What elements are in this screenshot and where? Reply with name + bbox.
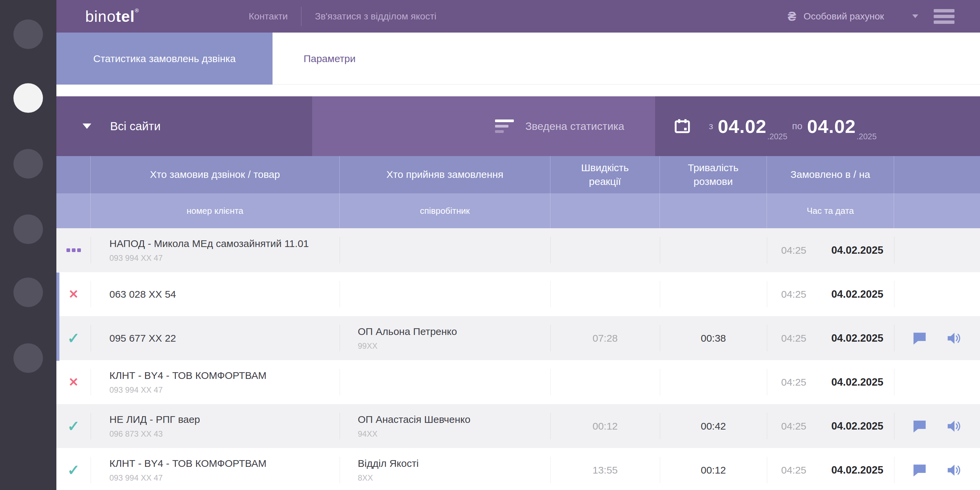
header-talk-duration[interactable]: Тривалість розмови xyxy=(660,156,767,193)
order-date: 04.02.2025 xyxy=(821,464,894,476)
order-time: 04:25 xyxy=(767,420,821,432)
caller-phone: 093 994 ХХ 47 xyxy=(110,385,340,395)
comment-icon[interactable] xyxy=(912,463,927,477)
summary-statistics-label: Зведена статистика xyxy=(525,120,624,132)
header-who-accepted[interactable]: Хто прийняв замовлення xyxy=(340,156,550,193)
status-cell: ✓ xyxy=(56,316,91,360)
date-to-year: .2025 xyxy=(856,132,877,141)
employee-cell: Відділ Якості 8ХХ xyxy=(340,448,550,490)
caller-cell: 095 677 ХХ 22 xyxy=(91,316,340,360)
site-selector-dropdown[interactable]: Всі сайти xyxy=(56,96,312,156)
top-header-bar: binotel® Контакти Зв'язатися з відділом … xyxy=(56,0,980,33)
top-navigation: Контакти Зв'язатися з відділом якості xyxy=(249,0,436,33)
nav-quality-link[interactable]: Зв'язатися з відділом якості xyxy=(315,11,436,22)
comment-icon[interactable] xyxy=(912,419,927,433)
order-time: 04:25 xyxy=(767,377,821,388)
subheader-actions xyxy=(894,193,980,228)
ordered-at-cell: 04:25 04.02.2025 xyxy=(767,316,894,360)
table-row[interactable]: ✓ 095 677 ХХ 22 ОП Альона Петренко 99ХХ … xyxy=(56,316,980,360)
tab-parameters[interactable]: Параметри xyxy=(272,33,387,84)
reaction-speed-cell xyxy=(550,272,660,316)
account-menu[interactable]: ₴ Особовий рахунок xyxy=(788,0,955,33)
calendar-icon xyxy=(674,118,691,135)
sidebar-app-icon-3[interactable] xyxy=(13,149,43,178)
chevron-down-icon[interactable] xyxy=(912,14,918,18)
caller-cell: НАПОД - Микола МЕд самозайнятий 11.01 09… xyxy=(91,228,340,272)
table-row[interactable]: НАПОД - Микола МЕд самозайнятий 11.01 09… xyxy=(56,228,980,272)
date-from-year: .2025 xyxy=(767,132,788,141)
sidebar-app-icon-2-active[interactable] xyxy=(13,83,43,113)
subheader-employee: співробітник xyxy=(340,193,550,228)
calls-table-body: НАПОД - Микола МЕд самозайнятий 11.01 09… xyxy=(56,228,980,490)
table-row[interactable]: ✕ КЛНТ - BY4 - ТОВ КОМФОРТВАМ 093 994 ХХ… xyxy=(56,360,980,404)
duration-cell xyxy=(660,272,767,316)
header-who-ordered[interactable]: Хто замовив дзвінок / товар xyxy=(91,156,340,193)
employee-cell xyxy=(340,228,550,272)
content-gap xyxy=(56,84,980,96)
date-to-label: по xyxy=(792,121,802,132)
table-row[interactable]: ✕ 063 028 ХХ 54 04:25 04.02.2025 xyxy=(56,272,980,316)
duration-cell: 00:42 xyxy=(660,404,767,448)
caller-title: НАПОД - Микола МЕд самозайнятий 11.01 xyxy=(110,238,340,249)
account-label: Особовий рахунок xyxy=(803,11,884,22)
nav-divider xyxy=(301,7,301,26)
order-time: 04:25 xyxy=(767,245,821,256)
nav-contacts-link[interactable]: Контакти xyxy=(249,11,288,22)
subheader-status xyxy=(56,193,91,228)
missed-call-icon: ✕ xyxy=(68,376,78,388)
employee-cell xyxy=(340,360,550,404)
duration-cell: 00:12 xyxy=(660,448,767,490)
caller-phone: 093 994 ХХ 47 xyxy=(110,473,340,483)
employee-code: 99ХХ xyxy=(358,341,550,351)
comment-icon[interactable] xyxy=(912,331,927,345)
order-time: 04:25 xyxy=(767,465,821,476)
sidebar-app-icon-4[interactable] xyxy=(13,215,43,244)
status-cell: ✓ xyxy=(56,404,91,448)
missed-call-icon: ✕ xyxy=(68,288,78,301)
date-range-picker[interactable]: з 04.02 .2025 по 04.02 .2025 xyxy=(655,96,980,156)
header-reaction-speed[interactable]: Швидкість реакції xyxy=(550,156,660,193)
caller-cell: НЕ ЛИД - РПГ ваер 096 873 ХХ 43 xyxy=(91,404,340,448)
table-row[interactable]: ✓ КЛНТ - BY4 - ТОВ КОМФОРТВАМ 093 994 ХХ… xyxy=(56,448,980,490)
scrollbar-thumb[interactable] xyxy=(56,272,59,361)
hamburger-menu-icon[interactable] xyxy=(934,9,955,24)
actions-cell xyxy=(894,448,980,490)
employee-code: 8ХХ xyxy=(358,473,550,483)
play-recording-speaker-icon[interactable] xyxy=(946,419,962,434)
sidebar-app-icon-1[interactable] xyxy=(13,19,43,49)
duration-cell xyxy=(660,360,767,404)
status-cell: ✕ xyxy=(56,360,91,404)
header-ordered-at[interactable]: Замовлено в / на xyxy=(767,156,894,193)
sidebar-app-icon-6[interactable] xyxy=(13,343,43,373)
date-from-value[interactable]: 04.02 xyxy=(718,115,767,137)
caller-title: КЛНТ - BY4 - ТОВ КОМФОРТВАМ xyxy=(110,370,340,381)
date-to-value[interactable]: 04.02 xyxy=(807,115,856,137)
ordered-at-cell: 04:25 04.02.2025 xyxy=(767,404,894,448)
play-recording-speaker-icon[interactable] xyxy=(946,463,962,477)
left-sidebar xyxy=(0,0,56,490)
subheader-time-date: Час та дата xyxy=(767,193,894,228)
actions-cell xyxy=(894,272,980,316)
hryvnia-currency-icon: ₴ xyxy=(788,10,796,23)
caller-cell: КЛНТ - BY4 - ТОВ КОМФОРТВАМ 093 994 ХХ 4… xyxy=(91,360,340,404)
status-cell xyxy=(56,228,91,272)
binotel-logo[interactable]: binotel® xyxy=(85,7,139,25)
row-menu-dots-icon[interactable] xyxy=(67,248,81,252)
table-row[interactable]: ✓ НЕ ЛИД - РПГ ваер 096 873 ХХ 43 ОП Ана… xyxy=(56,404,980,448)
actions-cell xyxy=(894,228,980,272)
header-actions-column xyxy=(894,156,980,193)
summary-statistics-button[interactable]: Зведена статистика xyxy=(312,96,655,156)
caller-phone: 096 873 ХХ 43 xyxy=(110,429,340,439)
order-time: 04:25 xyxy=(767,289,821,300)
answered-call-icon: ✓ xyxy=(67,419,80,434)
play-recording-speaker-icon[interactable] xyxy=(946,331,962,346)
reaction-speed-cell: 07:28 xyxy=(550,316,660,360)
employee-cell: ОП Альона Петренко 99ХХ xyxy=(340,316,550,360)
sidebar-app-icon-5[interactable] xyxy=(13,278,43,307)
employee-cell xyxy=(340,272,550,316)
dropdown-arrow-icon xyxy=(83,124,91,129)
order-date: 04.02.2025 xyxy=(821,332,894,344)
tab-call-order-statistics[interactable]: Статистика замовлень дзвінка xyxy=(56,33,272,84)
reaction-speed-cell xyxy=(550,360,660,404)
employee-cell: ОП Анастасія Шевченко 94ХХ xyxy=(340,404,550,448)
